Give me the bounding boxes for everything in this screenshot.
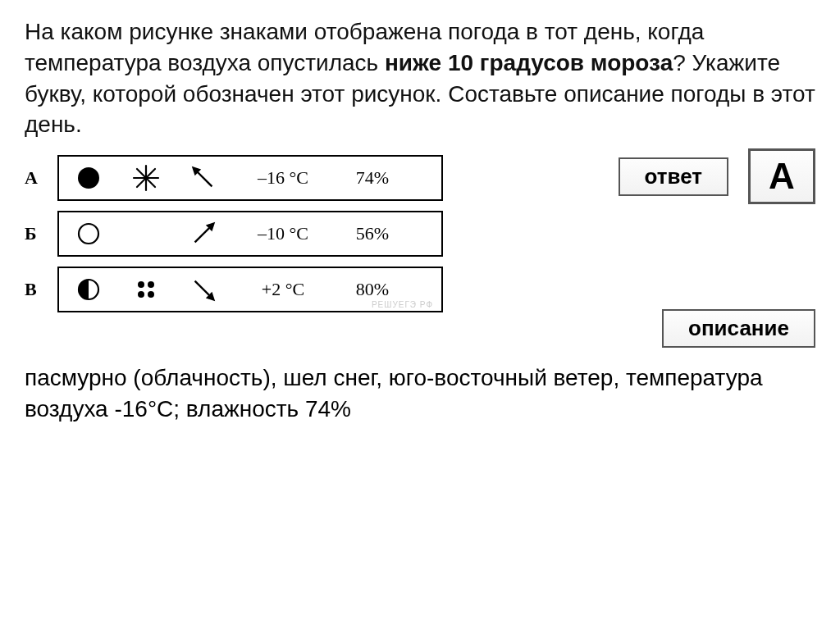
temperature-value: –10 °C [246,223,320,244]
svg-point-11 [138,281,144,288]
answer-button[interactable]: ответ [619,157,728,196]
wind-arrow-icon [189,274,218,305]
clear-icon [74,221,103,246]
svg-line-5 [196,171,212,187]
option-row: А [25,155,443,201]
option-row: В [25,267,443,312]
question-bold: ниже 10 градусов мороза [385,50,673,75]
option-label: А [25,167,43,189]
description-text: пасмурно (облачность), шел снег, юго-вос… [25,362,815,425]
question-text: На каком рисунке знаками отображена пого… [25,16,815,140]
answer-letter-box: А [748,148,815,204]
option-label: Б [25,223,43,244]
snow-icon [131,164,161,192]
temperature-value: +2 °C [246,279,320,300]
svg-point-12 [148,281,154,288]
option-label: В [25,279,43,300]
svg-point-0 [78,167,99,189]
svg-point-14 [148,291,154,298]
svg-point-7 [79,224,98,244]
svg-line-15 [195,281,211,297]
right-column: ответ А описание [468,155,815,348]
description-button[interactable]: описание [662,309,815,348]
svg-point-13 [138,291,144,298]
humidity-value: 56% [348,223,397,244]
humidity-value: 80% [348,279,397,300]
options-column: А [25,155,443,322]
rain-icon [131,276,161,303]
svg-line-8 [195,227,211,243]
option-row: Б –10 °C 56% [25,211,443,257]
half-cloudy-icon [74,277,103,302]
watermark: РЕШУЕГЭ РФ [372,300,433,309]
temperature-value: –16 °C [246,167,320,189]
humidity-value: 74% [348,167,397,189]
content-row: А [25,155,815,348]
overcast-icon [74,166,103,190]
wind-arrow-icon [189,218,218,249]
weather-box-b: –10 °C 56% [57,211,443,257]
weather-box-v: +2 °C 80% РЕШУЕГЭ РФ [57,267,443,312]
description-button-wrap: описание [468,309,815,348]
answer-row: ответ А [468,148,815,204]
weather-box-a: –16 °C 74% [57,155,443,201]
wind-arrow-icon [189,162,218,194]
